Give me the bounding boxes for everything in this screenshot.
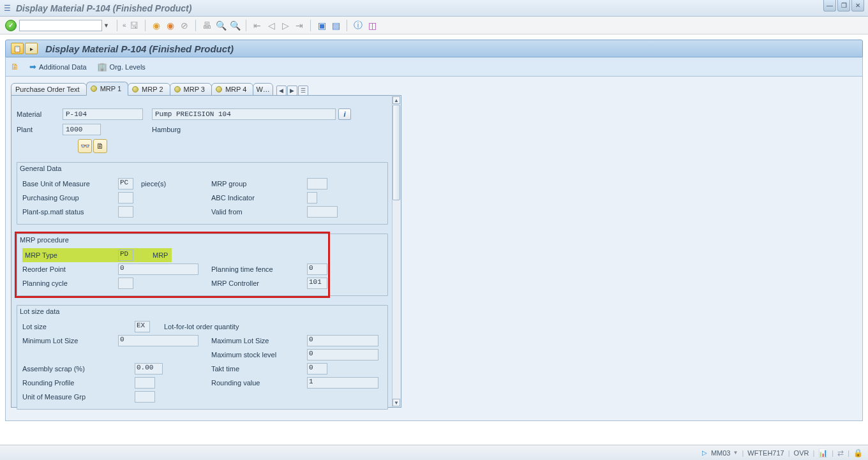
uom-grp-field[interactable] bbox=[135, 391, 155, 403]
command-field[interactable] bbox=[19, 20, 102, 31]
valid-from-field[interactable] bbox=[307, 206, 338, 218]
asm-scrap-label: Assembly scrap (%) bbox=[22, 365, 135, 373]
document-button[interactable]: 🗎 bbox=[11, 62, 19, 71]
mrp-group-field[interactable] bbox=[307, 178, 327, 189]
tab-mrp2[interactable]: MRP 2 bbox=[128, 83, 170, 96]
scroll-up-icon[interactable]: ▲ bbox=[393, 96, 400, 104]
org-levels-icon: 🏢 bbox=[97, 62, 107, 71]
abc-label: ABC Indicator bbox=[211, 194, 307, 202]
material-label: Material bbox=[17, 110, 63, 118]
last-page-icon[interactable]: ⇥ bbox=[294, 20, 305, 31]
first-page-icon[interactable]: ⇤ bbox=[251, 20, 263, 31]
additional-data-label: Additional Data bbox=[39, 63, 87, 71]
tab-list-icon[interactable]: ☰ bbox=[298, 85, 308, 96]
print-icon[interactable]: 🖶 bbox=[201, 20, 213, 31]
close-button[interactable]: ✕ bbox=[851, 0, 864, 11]
exit-icon[interactable]: ◉ bbox=[165, 20, 176, 31]
additional-data-button[interactable]: ➡ Additional Data bbox=[29, 62, 87, 71]
menu-icon[interactable]: ☰ bbox=[4, 4, 11, 13]
tab-more[interactable]: W… bbox=[253, 83, 273, 96]
status-connection-icon[interactable]: 🔒 bbox=[853, 449, 863, 457]
plan-cycle-field[interactable] bbox=[118, 278, 133, 289]
save-icon[interactable]: 🖫 bbox=[128, 20, 140, 31]
prev-page-icon[interactable]: ◁ bbox=[266, 20, 277, 31]
plant-label: Plant bbox=[17, 126, 63, 133]
lot-size-label: Lot size bbox=[22, 323, 135, 330]
groupbox-lot-size: Lot size data Lot size EX Lot-for-lot or… bbox=[17, 305, 388, 410]
plant-field[interactable]: 1000 bbox=[63, 124, 101, 135]
next-view-icon[interactable]: ▸ bbox=[25, 43, 38, 54]
min-lot-field[interactable]: 0 bbox=[118, 335, 198, 346]
base-uom-field[interactable]: PC bbox=[118, 178, 133, 189]
status-graph-icon[interactable]: 📊 bbox=[818, 449, 828, 457]
restore-button[interactable]: ❐ bbox=[837, 0, 850, 11]
mrp-group-row: MRP group bbox=[211, 177, 382, 191]
takt-field[interactable]: 0 bbox=[307, 363, 327, 375]
material-field[interactable]: P-104 bbox=[63, 108, 143, 120]
uom-grp-label: Unit of Measure Grp bbox=[22, 393, 135, 401]
find-icon[interactable]: 🔍 bbox=[215, 20, 227, 31]
history-back-icon[interactable]: « bbox=[123, 22, 126, 29]
scroll-down-icon[interactable]: ▼ bbox=[393, 399, 400, 406]
max-lot-field[interactable]: 0 bbox=[307, 335, 378, 346]
command-dropdown-icon[interactable]: ▼ bbox=[103, 22, 109, 29]
panel-title: Display Material P-104 (Finished Product… bbox=[45, 43, 234, 54]
plant-desc: Hamburg bbox=[152, 126, 181, 133]
cancel-icon[interactable]: ⊘ bbox=[179, 20, 190, 31]
mrp-ctrl-field[interactable]: 101 bbox=[307, 278, 327, 289]
dropdown-icon[interactable]: ▼ bbox=[733, 450, 738, 456]
reorder-field[interactable]: 0 bbox=[118, 263, 198, 275]
takt-label: Takt time bbox=[211, 365, 307, 373]
lot-size-field[interactable]: EX bbox=[135, 321, 150, 332]
tab-mrp3[interactable]: MRP 3 bbox=[170, 83, 212, 96]
round-val-field[interactable]: 1 bbox=[307, 377, 378, 389]
find-next-icon[interactable]: 🔍 bbox=[229, 20, 241, 31]
round-prof-field[interactable] bbox=[135, 377, 155, 389]
planning-cycle-row: Planning cycle bbox=[22, 276, 211, 290]
tab-label: W… bbox=[256, 85, 269, 93]
abc-field[interactable] bbox=[307, 192, 317, 204]
layout-icon[interactable]: ◫ bbox=[366, 20, 378, 31]
status-tcode: MM03 bbox=[711, 449, 731, 457]
base-uom-label: Base Unit of Measure bbox=[22, 180, 118, 188]
back-icon[interactable]: ◉ bbox=[151, 20, 162, 31]
tab-strip: Purchase Order Text MRP 1 MRP 2 MRP 3 MR… bbox=[11, 82, 857, 96]
enter-icon[interactable]: ✓ bbox=[5, 20, 17, 31]
ptf-field[interactable]: 0 bbox=[307, 263, 327, 275]
header-icons: 👓 🗎 bbox=[78, 139, 396, 153]
max-stock-field[interactable]: 0 bbox=[307, 349, 378, 360]
material-row: Material P-104 Pump PRECISION 104 i bbox=[17, 107, 396, 121]
toolbar-separator bbox=[195, 20, 196, 31]
mrp-type-field[interactable]: PD bbox=[118, 249, 133, 261]
app-toolbar: 🗎 ➡ Additional Data 🏢 Org. Levels bbox=[5, 57, 863, 77]
scrollbar[interactable]: ▲ ▼ bbox=[392, 96, 401, 407]
tab-purchase-order-text[interactable]: Purchase Order Text bbox=[11, 83, 87, 96]
display-change-icon[interactable]: 👓 bbox=[78, 139, 92, 153]
org-levels-button[interactable]: 🏢 Org. Levels bbox=[97, 62, 146, 71]
mrp-controller-row: MRP Controller 101 bbox=[211, 276, 382, 290]
scroll-thumb[interactable] bbox=[393, 105, 400, 200]
tab-mrp4[interactable]: MRP 4 bbox=[211, 83, 253, 96]
document-detail-icon[interactable]: 🗎 bbox=[93, 139, 107, 153]
shortcut-icon[interactable]: ▤ bbox=[330, 20, 341, 31]
status-indicator-icon[interactable]: ▷ bbox=[702, 449, 707, 456]
new-session-icon[interactable]: ▣ bbox=[316, 20, 327, 31]
round-val-label: Rounding value bbox=[211, 379, 307, 387]
material-desc-field[interactable]: Pump PRECISION 104 bbox=[152, 108, 336, 120]
help-icon[interactable]: ⓘ bbox=[352, 20, 364, 31]
tab-scroll-right-icon[interactable]: ▶ bbox=[287, 85, 297, 96]
views-icon[interactable]: 📋 bbox=[11, 43, 24, 54]
status-right: ▷ MM03 ▼ | WFTEH717 | OVR | 📊 | ⇄ | 🔒 bbox=[702, 449, 863, 457]
minimize-button[interactable]: — bbox=[823, 0, 836, 11]
mrp-type-label: MRP Type bbox=[22, 251, 118, 259]
groupbox-title: General Data bbox=[20, 165, 61, 172]
purch-group-field[interactable] bbox=[118, 192, 133, 204]
next-page-icon[interactable]: ▷ bbox=[280, 20, 291, 31]
tab-body: ▲ ▼ Material P-104 Pump PRECISION 104 i … bbox=[11, 95, 401, 408]
tab-mrp1[interactable]: MRP 1 bbox=[86, 82, 128, 96]
plant-status-field[interactable] bbox=[118, 206, 133, 218]
asm-scrap-field[interactable]: 0.00 bbox=[135, 363, 163, 375]
info-icon[interactable]: i bbox=[338, 108, 351, 120]
status-script-icon[interactable]: ⇄ bbox=[837, 449, 844, 457]
tab-scroll-left-icon[interactable]: ◀ bbox=[276, 85, 287, 96]
